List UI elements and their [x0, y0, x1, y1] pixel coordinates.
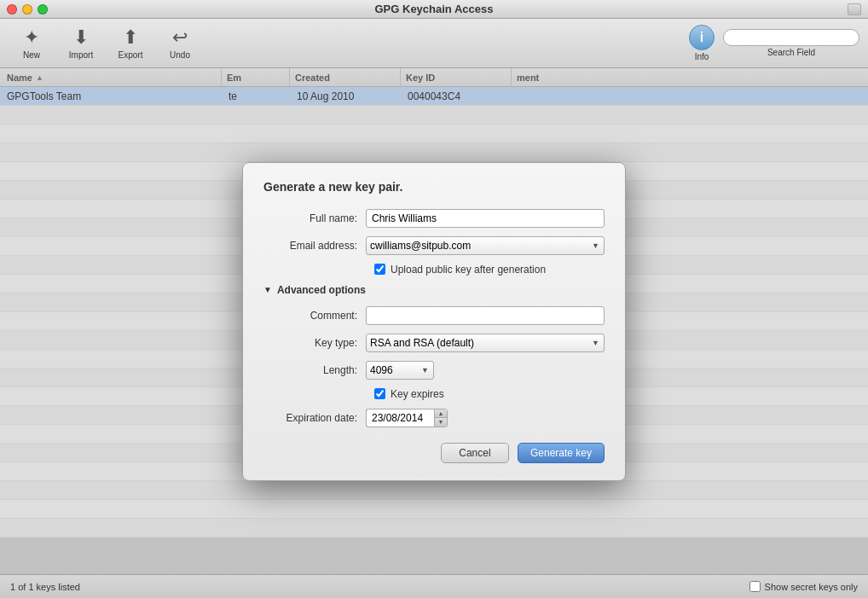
stepper-up-button[interactable]: ▲: [435, 409, 447, 419]
import-button[interactable]: ⬇ Import: [58, 22, 104, 65]
show-secret-wrapper: Show secret keys only: [749, 581, 858, 592]
window-title: GPG Keychain Access: [375, 3, 494, 15]
upload-checkbox-label: Upload public key after generation: [391, 264, 546, 276]
key-expires-label: Key expires: [391, 388, 444, 400]
upload-checkbox-row: Upload public key after generation: [263, 264, 605, 276]
email-select-container: cwilliams@sitpub.com: [366, 236, 605, 255]
toolbar: ✦ New ⬇ Import ⬆ Export ↩ Undo i Info Se…: [0, 19, 868, 68]
full-name-row: Full name:: [263, 209, 605, 228]
email-label: Email address:: [263, 240, 366, 252]
cancel-button[interactable]: Cancel: [441, 443, 509, 463]
import-label: Import: [69, 50, 93, 60]
key-type-row: Key type: RSA and RSA (default) DSA and …: [263, 334, 605, 352]
stepper: ▲ ▼: [434, 409, 448, 427]
undo-icon: ↩: [172, 26, 188, 49]
full-name-input[interactable]: [366, 209, 605, 228]
email-wrapper: cwilliams@sitpub.com: [366, 236, 605, 255]
undo-label: Undo: [170, 50, 190, 60]
expiration-input[interactable]: [366, 409, 434, 427]
comment-row: Comment:: [263, 306, 605, 325]
expiry-wrapper: ▲ ▼: [366, 409, 448, 427]
length-wrapper: 1024 2048 4096: [366, 361, 434, 380]
expiration-row: Expiration date: ▲ ▼: [263, 409, 605, 427]
show-secret-label: Show secret keys only: [765, 582, 858, 592]
window-controls: [7, 4, 48, 15]
new-button[interactable]: ✦ New: [9, 22, 55, 65]
info-wrapper: i Info: [689, 25, 715, 61]
stepper-down-button[interactable]: ▼: [435, 418, 447, 427]
key-type-select-container: RSA and RSA (default) DSA and Elgamal RS…: [366, 334, 605, 352]
search-input[interactable]: [723, 29, 859, 46]
status-bar: 1 of 1 keys listed Show secret keys only: [0, 574, 868, 598]
export-button[interactable]: ⬆ Export: [107, 22, 153, 65]
length-row: Length: 1024 2048 4096: [263, 361, 605, 380]
advanced-label: Advanced options: [277, 284, 366, 296]
generate-key-button[interactable]: Generate key: [518, 443, 605, 463]
advanced-toggle[interactable]: ▼ Advanced options: [263, 284, 605, 296]
length-label: Length:: [263, 364, 366, 376]
search-wrapper: Search Field: [723, 29, 859, 57]
new-icon: ✦: [24, 26, 39, 49]
toolbar-right: i Info Search Field: [689, 25, 859, 61]
maximize-button[interactable]: [38, 4, 48, 15]
dialog-title: Generate a new key pair.: [263, 180, 605, 194]
triangle-icon: ▼: [263, 285, 272, 294]
upload-checkbox[interactable]: [374, 264, 385, 275]
info-label: Info: [695, 52, 709, 61]
dialog: Generate a new key pair. Full name: Emai…: [242, 162, 626, 481]
comment-label: Comment:: [263, 310, 366, 322]
resize-handle: [848, 3, 861, 15]
minimize-button[interactable]: [22, 4, 32, 15]
export-icon: ⬆: [123, 26, 138, 49]
length-select[interactable]: 1024 2048 4096: [366, 361, 434, 380]
key-type-select[interactable]: RSA and RSA (default) DSA and Elgamal RS…: [366, 334, 605, 352]
key-type-label: Key type:: [263, 337, 366, 349]
expiration-label: Expiration date:: [263, 412, 366, 424]
info-button[interactable]: i: [689, 25, 715, 50]
import-icon: ⬇: [73, 26, 89, 49]
comment-input[interactable]: [366, 306, 605, 325]
title-bar: GPG Keychain Access: [0, 0, 868, 19]
length-select-container: 1024 2048 4096: [366, 361, 434, 380]
show-secret-checkbox[interactable]: [749, 581, 761, 592]
export-label: Export: [119, 50, 143, 60]
new-label: New: [23, 50, 40, 60]
overlay-backdrop: Generate a new key pair. Full name: Emai…: [0, 68, 868, 574]
search-label: Search Field: [767, 48, 815, 57]
email-row: Email address: cwilliams@sitpub.com: [263, 236, 605, 255]
email-select[interactable]: cwilliams@sitpub.com: [366, 236, 605, 255]
full-name-label: Full name:: [263, 212, 366, 224]
dialog-buttons: Cancel Generate key: [263, 443, 605, 463]
undo-button[interactable]: ↩ Undo: [157, 22, 203, 65]
key-expires-checkbox[interactable]: [374, 388, 385, 399]
close-button[interactable]: [7, 4, 17, 15]
key-expires-row: Key expires: [263, 388, 605, 400]
keys-listed-text: 1 of 1 keys listed: [10, 582, 80, 592]
